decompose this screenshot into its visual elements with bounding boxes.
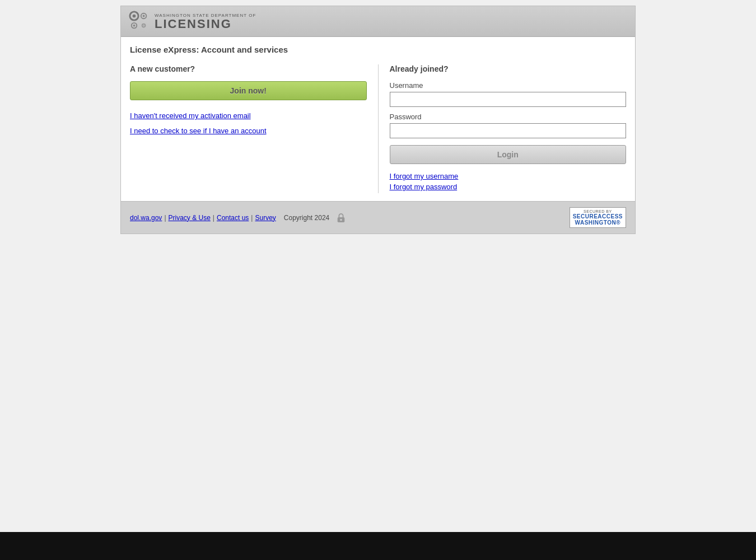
content-area: License eXpress: Account and services A … bbox=[121, 37, 635, 201]
password-label: Password bbox=[390, 113, 627, 121]
svg-point-1 bbox=[133, 15, 136, 18]
contact-link[interactable]: Contact us bbox=[217, 214, 249, 222]
dol-logo-icon bbox=[129, 11, 150, 32]
survey-link[interactable]: Survey bbox=[255, 214, 276, 222]
dol-link[interactable]: dol.wa.gov bbox=[130, 214, 162, 222]
footer-links: dol.wa.gov | Privacy & Use | Contact us … bbox=[130, 214, 276, 222]
two-col-layout: A new customer? Join now! I haven't rece… bbox=[130, 64, 626, 193]
page-title: License eXpress: Account and services bbox=[130, 45, 626, 57]
svg-point-5 bbox=[133, 25, 136, 27]
copyright: Copyright 2024 bbox=[284, 214, 329, 222]
forgot-password-link[interactable]: I forgot my password bbox=[390, 183, 627, 191]
secure-badge: SECURED BY SecureAccessWASHINGTON® bbox=[570, 207, 626, 228]
activation-email-link[interactable]: I haven't received my activation email bbox=[130, 111, 367, 120]
logo-area: WASHINGTON STATE DEPARTMENT OF LICENSING bbox=[129, 11, 256, 32]
secure-badge-top: SECURED BY bbox=[573, 209, 623, 213]
already-joined-heading: Already joined? bbox=[390, 64, 627, 73]
login-button[interactable]: Login bbox=[390, 145, 627, 164]
footer-left: dol.wa.gov | Privacy & Use | Contact us … bbox=[130, 213, 346, 223]
left-column: A new customer? Join now! I haven't rece… bbox=[130, 64, 379, 193]
forgot-username-link[interactable]: I forgot my username bbox=[390, 172, 627, 180]
main-container: WASHINGTON STATE DEPARTMENT OF LICENSING… bbox=[120, 6, 636, 234]
lock-icon bbox=[336, 213, 346, 223]
new-customer-heading: A new customer? bbox=[130, 64, 367, 73]
svg-point-9 bbox=[340, 218, 342, 221]
password-input[interactable] bbox=[390, 123, 627, 138]
svg-point-3 bbox=[143, 15, 145, 17]
username-input[interactable] bbox=[390, 92, 627, 107]
check-account-link[interactable]: I need to check to see if I have an acco… bbox=[130, 127, 367, 135]
privacy-link[interactable]: Privacy & Use bbox=[169, 214, 211, 222]
username-label: Username bbox=[390, 81, 627, 90]
join-now-button[interactable]: Join now! bbox=[130, 81, 367, 100]
footer: dol.wa.gov | Privacy & Use | Contact us … bbox=[121, 201, 635, 234]
secure-badge-bottom: SecureAccessWASHINGTON® bbox=[573, 213, 623, 226]
svg-point-7 bbox=[143, 25, 144, 26]
password-group: Password bbox=[390, 113, 627, 138]
header: WASHINGTON STATE DEPARTMENT OF LICENSING bbox=[121, 6, 635, 37]
right-column: Already joined? Username Password Login … bbox=[379, 64, 627, 193]
logo-text: WASHINGTON STATE DEPARTMENT OF LICENSING bbox=[155, 13, 256, 30]
username-group: Username bbox=[390, 81, 627, 107]
logo-text-bottom: LICENSING bbox=[155, 18, 256, 30]
